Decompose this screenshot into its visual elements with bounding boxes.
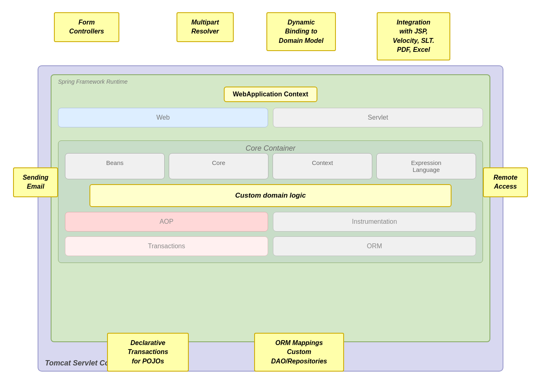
- beans-label: Beans: [106, 159, 124, 166]
- instrumentation-box: Instrumentation: [273, 212, 476, 232]
- servlet-box: Servlet: [273, 108, 483, 127]
- sticky-sending-email: SendingEmail: [13, 167, 58, 197]
- sticky-remote-access: RemoteAccess: [483, 167, 528, 197]
- sending-email-label: SendingEmail: [22, 174, 48, 190]
- orm-box: ORM: [273, 236, 476, 256]
- expression-language-label: ExpressionLanguage: [411, 159, 441, 173]
- sticky-orm-mappings: ORM MappingsCustom DAO/Repositories: [254, 333, 344, 372]
- webapp-context-label: WebApplication Context: [233, 91, 309, 98]
- orm-mappings-label: ORM MappingsCustom DAO/Repositories: [271, 339, 327, 365]
- form-controllers-label: FormControllers: [69, 19, 104, 35]
- diagram-wrapper: Tomcat Servlet Container Spring Framewor…: [13, 8, 528, 384]
- tomcat-container: Tomcat Servlet Container Spring Framewor…: [38, 65, 503, 372]
- core-container: Core Container Beans Core Context Expres…: [58, 140, 483, 263]
- servlet-label: Servlet: [368, 114, 388, 121]
- web-servlet-row: Web Servlet: [58, 108, 483, 127]
- transactions-orm-row: Transactions ORM: [65, 236, 476, 256]
- context-label: Context: [312, 159, 333, 166]
- aop-box: AOP: [65, 212, 268, 232]
- sticky-integration: Integrationwith JSP,Velocity, SLT.PDF, E…: [377, 12, 450, 60]
- instrumentation-label: Instrumentation: [352, 218, 397, 225]
- dynamic-binding-label: DynamicBinding toDomain Model: [279, 19, 323, 44]
- sticky-dynamic-binding: DynamicBinding toDomain Model: [266, 12, 336, 51]
- core-box: Core: [169, 153, 268, 179]
- sticky-form-controllers: FormControllers: [54, 12, 119, 42]
- spring-container: Spring Framework Runtime WebApplication …: [51, 74, 490, 342]
- transactions-label: Transactions: [148, 243, 185, 249]
- beans-box: Beans: [65, 153, 165, 179]
- custom-domain-label: Custom domain logic: [235, 192, 306, 199]
- aop-label: AOP: [160, 218, 174, 225]
- core-label: Core: [212, 159, 226, 166]
- orm-label: ORM: [367, 243, 382, 249]
- web-label: Web: [156, 114, 170, 121]
- expression-language-box: ExpressionLanguage: [376, 153, 476, 179]
- aop-instrumentation-row: AOP Instrumentation: [65, 212, 476, 232]
- transactions-box: Transactions: [65, 236, 268, 256]
- integration-label: Integrationwith JSP,Velocity, SLT.PDF, E…: [393, 19, 434, 53]
- context-box: Context: [273, 153, 372, 179]
- multipart-resolver-label: MultipartResolver: [191, 19, 219, 35]
- custom-domain-box: Custom domain logic: [89, 184, 452, 207]
- core-container-label: Core Container: [246, 144, 295, 153]
- webapp-context-box: WebApplication Context: [224, 87, 317, 102]
- declarative-tx-label: Declarative Transactionsfor POJOs: [127, 339, 168, 365]
- core-modules-row: Beans Core Context ExpressionLanguage: [65, 153, 476, 179]
- sticky-multipart-resolver: MultipartResolver: [177, 12, 234, 42]
- web-box: Web: [58, 108, 268, 127]
- spring-label: Spring Framework Runtime: [58, 78, 127, 85]
- sticky-declarative-transactions: Declarative Transactionsfor POJOs: [107, 333, 189, 372]
- remote-access-label: RemoteAccess: [494, 174, 518, 190]
